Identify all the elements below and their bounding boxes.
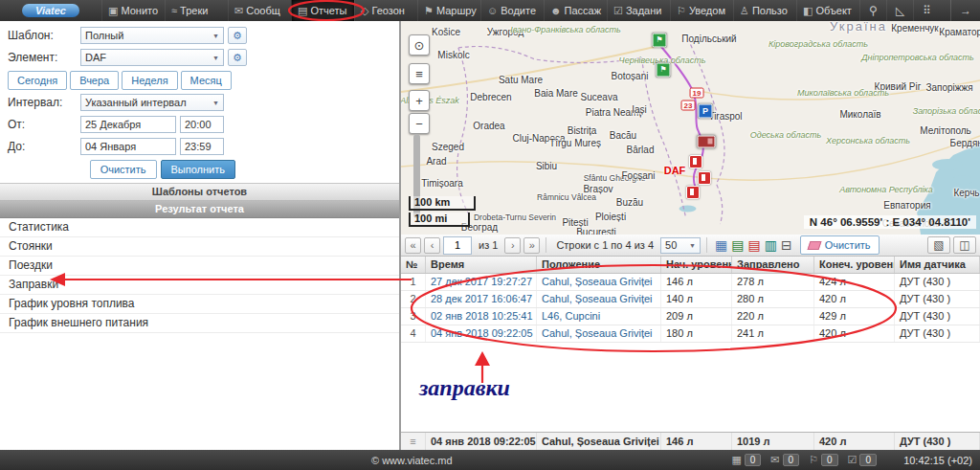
menu-item-units[interactable]: ◧Объект bbox=[796, 0, 859, 21]
menu-item-messages[interactable]: ✉Сообщ bbox=[228, 0, 291, 21]
cell[interactable]: Cahul, Șoseaua Griviței bbox=[537, 274, 661, 290]
report-item-trips[interactable]: Поездки bbox=[0, 257, 399, 276]
excel-icon[interactable]: ▤ bbox=[731, 238, 744, 252]
apps-button[interactable]: ⠿ bbox=[913, 0, 940, 21]
menu-item-label: Геозон bbox=[371, 5, 404, 16]
table-row[interactable]: 127 дек 2017 19:27:27Cahul, Șoseaua Griv… bbox=[401, 274, 980, 291]
report-item-fuel-level-chart[interactable]: График уровня топлива bbox=[0, 295, 399, 314]
route-start-marker[interactable]: ⚑ bbox=[653, 34, 667, 48]
xml-icon[interactable]: ▥ bbox=[765, 238, 777, 252]
truck-marker[interactable] bbox=[698, 136, 716, 148]
geofence-marker[interactable]: ⚑ bbox=[657, 63, 671, 78]
parking-marker[interactable]: P bbox=[699, 104, 713, 119]
cell[interactable]: 02 янв 2018 10:25:41 bbox=[426, 308, 537, 325]
report-item-external-power-chart[interactable]: График внешнего питания bbox=[0, 314, 399, 333]
exit-button[interactable]: → bbox=[950, 0, 980, 21]
quick-button-today[interactable]: Сегодня bbox=[8, 71, 67, 90]
fuel-filling-marker[interactable] bbox=[698, 171, 711, 185]
first-page-button[interactable]: « bbox=[405, 237, 421, 254]
pdf-icon[interactable]: ▤ bbox=[747, 238, 760, 252]
quick-button-month[interactable]: Месяц bbox=[181, 71, 232, 90]
print-icon[interactable]: ⊟ bbox=[781, 238, 792, 252]
report-item-fillings[interactable]: Заправки bbox=[0, 276, 399, 295]
map-label: Дніпропетровська область bbox=[861, 53, 974, 62]
from-date-input[interactable] bbox=[80, 116, 176, 133]
page-number-input[interactable] bbox=[443, 236, 472, 255]
interval-select[interactable]: Указанный интервал ▼ bbox=[80, 94, 224, 111]
visibility-button[interactable]: ⊙ bbox=[409, 34, 430, 56]
menu-item-jobs[interactable]: ☑Задани bbox=[607, 0, 670, 21]
split-view-button[interactable]: ◫ bbox=[953, 236, 976, 254]
last-page-button[interactable]: » bbox=[523, 237, 540, 254]
menu-item-notifications[interactable]: ⚐Уведом bbox=[670, 0, 733, 21]
toolbar-right-buttons: ▧ ◫ bbox=[927, 236, 976, 254]
element-settings-button[interactable]: ⚙ bbox=[228, 49, 247, 66]
event-badge-marker[interactable]: 23 bbox=[681, 101, 696, 111]
to-time-input[interactable] bbox=[180, 138, 224, 155]
cell[interactable]: Cahul, Șoseaua Griviței bbox=[537, 291, 661, 307]
menu-item-drivers[interactable]: ☺Водите bbox=[480, 0, 544, 21]
clear-report-label: Очистить bbox=[825, 239, 871, 251]
to-date-input[interactable] bbox=[80, 138, 176, 155]
menu-item-routes[interactable]: ⚑Маршру bbox=[417, 0, 480, 21]
jobs-icon: ☑ bbox=[848, 454, 858, 466]
quick-button-yesterday[interactable]: Вчера bbox=[70, 71, 119, 90]
menu-item-label: Маршру bbox=[436, 5, 477, 16]
cell[interactable]: Cahul, Șoseaua Griviței bbox=[537, 325, 661, 342]
cell[interactable]: 27 дек 2017 19:27:27 bbox=[426, 274, 537, 290]
unit-name-label: DAF bbox=[664, 165, 686, 176]
map-label: Botoșani bbox=[612, 71, 649, 81]
interval-label: Интервал: bbox=[8, 96, 80, 109]
menu-item-tracks[interactable]: ≈Треки bbox=[165, 0, 228, 21]
menu-item-reports[interactable]: ▤Отчеты bbox=[291, 0, 354, 21]
split-view-icon: ◫ bbox=[959, 238, 969, 252]
template-select[interactable]: Полный ▼ bbox=[80, 27, 224, 44]
table-row[interactable]: 228 дек 2017 16:06:47Cahul, Șoseaua Griv… bbox=[401, 291, 980, 308]
map-label: Bistrița bbox=[568, 125, 597, 136]
execute-button[interactable]: Выполнить bbox=[161, 160, 235, 179]
table-body: 127 дек 2017 19:27:27Cahul, Șoseaua Griv… bbox=[401, 274, 980, 343]
clear-button[interactable]: Очистить bbox=[90, 160, 157, 179]
copyright-link[interactable]: © www.viatec.md bbox=[371, 455, 453, 466]
map-label: Debrecen bbox=[470, 92, 511, 102]
template-settings-button[interactable]: ⚙ bbox=[228, 27, 247, 44]
zoom-out-button[interactable]: − bbox=[409, 113, 430, 134]
report-item-statistics[interactable]: Статистика bbox=[0, 218, 399, 237]
element-select[interactable]: DAF ▼ bbox=[80, 49, 224, 66]
ruler-icon: ◺ bbox=[896, 4, 904, 17]
map-label: Tiraspol bbox=[708, 111, 742, 122]
menu-item-passengers[interactable]: ☻Пассаж bbox=[544, 0, 607, 21]
first-page-icon: « bbox=[410, 239, 415, 251]
table-row[interactable]: 404 янв 2018 09:22:05Cahul, Șoseaua Griv… bbox=[401, 325, 980, 343]
layers-button[interactable]: ≡ bbox=[409, 63, 430, 84]
from-time-input[interactable] bbox=[180, 116, 224, 133]
fuel-filling-marker[interactable] bbox=[686, 186, 700, 199]
cell[interactable]: 28 дек 2017 16:06:47 bbox=[426, 291, 537, 307]
quick-button-week[interactable]: Неделя bbox=[122, 71, 177, 90]
clear-report-button[interactable]: Очистить bbox=[800, 235, 880, 255]
cell[interactable]: 04 янв 2018 09:22:05 bbox=[426, 325, 537, 342]
prev-page-button[interactable]: ‹ bbox=[424, 237, 440, 254]
summary-cell: Cahul, Șoseaua Griviței bbox=[537, 433, 661, 450]
map-label: Drobeta-Turnu Severin bbox=[474, 213, 556, 222]
zoom-in-button[interactable]: + bbox=[409, 90, 430, 111]
map[interactable]: KošiceУжгородMiskolcSatu MareDebrecenBai… bbox=[400, 21, 980, 235]
chevron-down-icon: ▼ bbox=[212, 100, 219, 106]
ruler-button[interactable]: ◺ bbox=[886, 0, 913, 21]
cell[interactable]: L46, Cupcini bbox=[537, 308, 661, 325]
fuel-filling-marker[interactable] bbox=[689, 155, 702, 168]
event-badge-marker[interactable]: 19 bbox=[690, 88, 704, 99]
menu-item-users[interactable]: ♙Пользо bbox=[733, 0, 796, 21]
report-result-header[interactable]: Результат отчета bbox=[0, 201, 399, 218]
menu-item-monitoring[interactable]: ▣Монито bbox=[101, 0, 165, 21]
report-templates-header[interactable]: Шаблоны отчетов bbox=[0, 183, 399, 201]
menu-item-geozones[interactable]: ◇Геозон bbox=[354, 0, 417, 21]
column-header: Заправлено bbox=[732, 257, 814, 273]
report-item-parkings[interactable]: Стоянки bbox=[0, 237, 399, 257]
search-button[interactable]: ⚲ bbox=[859, 0, 886, 21]
table-row[interactable]: 302 янв 2018 10:25:41L46, Cupcini209 л22… bbox=[401, 308, 980, 325]
next-page-button[interactable]: › bbox=[504, 237, 521, 254]
page-size-select[interactable]: 50 ▼ bbox=[660, 237, 701, 254]
chart-icon[interactable]: ▦ bbox=[715, 238, 727, 252]
show-on-map-button[interactable]: ▧ bbox=[927, 236, 950, 254]
